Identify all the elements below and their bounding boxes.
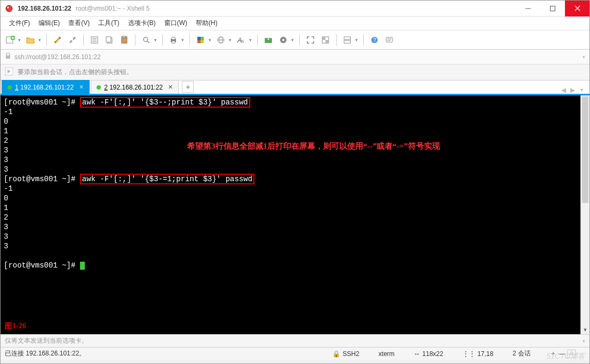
tab-label: 192.168.26.101:22 bbox=[109, 84, 163, 91]
session-tab-1[interactable]: 1 192.168.26.101:22 ✕ bbox=[2, 80, 90, 94]
tab-close-icon[interactable]: ✕ bbox=[168, 84, 173, 91]
open-icon[interactable] bbox=[24, 34, 37, 46]
dropdown-arrow-icon[interactable]: ▾ bbox=[180, 37, 185, 43]
help-icon[interactable]: ? bbox=[368, 34, 381, 46]
dropdown-arrow-icon[interactable]: ▾ bbox=[290, 37, 295, 43]
titlebar: 192.168.26.101:22 root@vms001:~ - Xshell… bbox=[1, 1, 589, 17]
window-controls bbox=[516, 1, 589, 17]
tab-next-icon[interactable]: ▶ bbox=[570, 86, 575, 94]
font-icon[interactable]: Aa bbox=[235, 34, 248, 46]
svg-rect-25 bbox=[197, 37, 201, 40]
print-icon[interactable] bbox=[167, 34, 180, 46]
separator bbox=[363, 34, 364, 46]
reconnect-icon[interactable] bbox=[51, 34, 64, 46]
menubar: 文件(F) 编辑(E) 查看(V) 工具(T) 选项卡(B) 窗口(W) 帮助(… bbox=[1, 17, 589, 30]
svg-rect-44 bbox=[386, 37, 393, 42]
transparency-icon[interactable] bbox=[319, 34, 332, 46]
encoding-icon[interactable] bbox=[214, 34, 227, 46]
session-tab-2[interactable]: 2 192.168.26.101:22 ✕ bbox=[91, 80, 179, 94]
svg-rect-39 bbox=[325, 40, 329, 43]
tile-horizontal-icon[interactable] bbox=[341, 34, 354, 46]
svg-rect-47 bbox=[6, 55, 10, 59]
svg-rect-26 bbox=[201, 37, 204, 40]
menu-window[interactable]: 窗口(W) bbox=[160, 17, 192, 29]
plus-icon[interactable]: ＋ bbox=[550, 349, 556, 358]
tab-number: 1 bbox=[15, 84, 19, 91]
status-sessions: 2 会话 bbox=[513, 349, 531, 358]
script-icon[interactable] bbox=[277, 34, 290, 46]
tab-close-icon[interactable]: ✕ bbox=[79, 84, 84, 91]
scrollbar-thumb[interactable] bbox=[582, 96, 588, 203]
new-session-icon[interactable] bbox=[4, 34, 17, 46]
svg-text:a: a bbox=[241, 38, 244, 44]
disconnect-icon[interactable] bbox=[66, 34, 79, 46]
menu-file[interactable]: 文件(F) bbox=[5, 17, 34, 29]
separator bbox=[83, 34, 84, 46]
status-connected: 已连接 192.168.26.101:22。 bbox=[5, 349, 85, 358]
terminal[interactable]: [root@vms001 ~]# awk -F'[:,]' '{$3--;pri… bbox=[1, 95, 589, 334]
toolbar: ▾ ▾ ▾ ▾ ▾ ▾ Aa ▾ ▾ ▾ ? bbox=[1, 30, 589, 50]
svg-rect-23 bbox=[172, 37, 175, 39]
minimize-button[interactable] bbox=[516, 1, 540, 17]
menu-tools[interactable]: 工具(T) bbox=[94, 17, 123, 29]
address-text: ssh://root@192.168.26.101:22 bbox=[14, 53, 101, 61]
infobar: 要添加当前会话，点击左侧的箭头按钮。 bbox=[1, 64, 589, 80]
lock-icon: 🔒 bbox=[332, 350, 340, 358]
scrollbar[interactable]: ▲ ▼ bbox=[580, 95, 589, 334]
app-icon bbox=[5, 4, 13, 13]
annotation-text: 希望第3行信息全部减1后打印在屏幕，则可以使用“--”或者“-=”符号实现 bbox=[187, 141, 440, 151]
sendbar[interactable]: 仅将文本发送到当前选项卡。 ▾ bbox=[1, 334, 589, 347]
find-icon[interactable] bbox=[140, 34, 153, 46]
dropdown-arrow-icon[interactable]: ▾ bbox=[228, 37, 233, 43]
dropdown-arrow-icon[interactable]: ▾ bbox=[153, 37, 158, 43]
minus-icon[interactable]: — bbox=[559, 350, 565, 358]
dropdown-arrow-icon[interactable]: ▾ bbox=[583, 54, 585, 60]
highlighted-command-1: awk -F'[:,]' '{$3--;print $3}' passwd bbox=[80, 97, 250, 108]
add-session-arrow-icon[interactable] bbox=[5, 67, 13, 77]
separator bbox=[189, 34, 190, 46]
tab-prev-icon[interactable]: ◀ bbox=[561, 86, 566, 94]
window-title-main: 192.168.26.101:22 bbox=[18, 5, 71, 12]
dropdown-arrow-icon[interactable]: ▾ bbox=[583, 338, 585, 344]
svg-rect-17 bbox=[106, 37, 111, 42]
svg-line-21 bbox=[147, 41, 149, 43]
menu-tabs[interactable]: 选项卡(B) bbox=[124, 17, 160, 29]
tab-list-icon[interactable]: ▼ bbox=[579, 87, 584, 93]
svg-point-20 bbox=[143, 37, 148, 42]
status-term: xterm bbox=[379, 349, 395, 358]
color-scheme-icon[interactable] bbox=[194, 34, 207, 46]
dropdown-arrow-icon[interactable]: ▾ bbox=[248, 37, 253, 43]
svg-rect-28 bbox=[201, 40, 204, 43]
xftp-icon[interactable] bbox=[262, 34, 275, 46]
separator bbox=[299, 34, 300, 46]
separator bbox=[46, 34, 47, 46]
svg-point-1 bbox=[7, 6, 9, 8]
window-title-sub: root@vms001:~ - Xshell 5 bbox=[76, 5, 150, 12]
terminal-cursor bbox=[80, 262, 85, 270]
dropdown-arrow-icon[interactable]: ▾ bbox=[37, 37, 42, 43]
tab-label: 192.168.26.101:22 bbox=[20, 84, 74, 91]
dropdown-arrow-icon[interactable]: ▾ bbox=[208, 37, 212, 43]
dropdown-arrow-icon[interactable]: ▾ bbox=[17, 37, 22, 43]
menu-edit[interactable]: 编辑(E) bbox=[34, 17, 64, 29]
addressbar[interactable]: ssh://root@192.168.26.101:22 ▾ bbox=[1, 50, 589, 64]
status-size: ↔118x22 bbox=[414, 349, 443, 358]
scroll-down-icon[interactable]: ▼ bbox=[581, 326, 589, 334]
properties-icon[interactable] bbox=[88, 34, 101, 46]
svg-rect-24 bbox=[172, 41, 175, 43]
menu-view[interactable]: 查看(V) bbox=[64, 17, 94, 29]
maximize-button[interactable] bbox=[540, 1, 565, 17]
compose-icon[interactable] bbox=[383, 34, 396, 46]
svg-point-10 bbox=[54, 41, 57, 43]
status-dot-icon bbox=[7, 85, 12, 90]
paste-icon[interactable] bbox=[118, 34, 131, 46]
copy-icon[interactable] bbox=[103, 34, 116, 46]
dropdown-arrow-icon[interactable]: ▾ bbox=[354, 37, 359, 43]
separator bbox=[257, 34, 258, 46]
tabbar: 1 192.168.26.101:22 ✕ 2 192.168.26.101:2… bbox=[1, 80, 589, 95]
terminal-content: [root@vms001 ~]# awk -F'[:,]' '{$3--;pri… bbox=[1, 95, 589, 272]
close-button[interactable] bbox=[565, 1, 589, 17]
fullscreen-icon[interactable] bbox=[304, 34, 317, 46]
add-tab-button[interactable]: + bbox=[182, 81, 194, 93]
menu-help[interactable]: 帮助(H) bbox=[192, 17, 222, 29]
